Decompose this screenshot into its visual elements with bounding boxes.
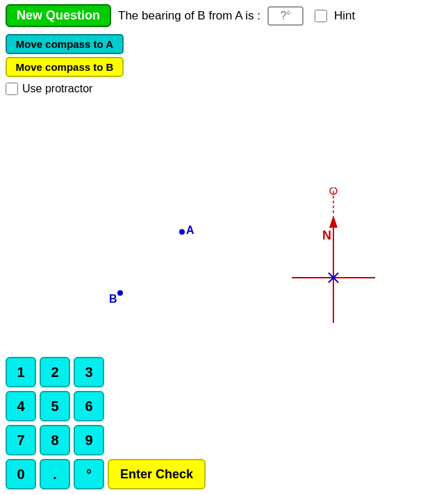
keypad-row-4: 0 . ° Enter Check xyxy=(6,459,206,489)
point-a-label: A xyxy=(186,224,194,237)
key-9[interactable]: 9 xyxy=(74,425,104,455)
header-bar: New Question The bearing of B from A is … xyxy=(0,0,448,31)
keypad-row-1: 1 2 3 xyxy=(6,357,206,387)
use-protractor-checkbox[interactable] xyxy=(6,83,18,95)
hint-label: Hint xyxy=(334,9,355,23)
use-protractor-label: Use protractor xyxy=(22,83,92,95)
canvas-area: A B N xyxy=(0,97,448,347)
key-8[interactable]: 8 xyxy=(40,425,70,455)
move-compass-b-button[interactable]: Move compass to B xyxy=(6,57,124,77)
compass-svg: N xyxy=(288,187,379,326)
key-6[interactable]: 6 xyxy=(74,391,104,421)
key-3[interactable]: 3 xyxy=(74,357,104,387)
point-b-label: B xyxy=(109,293,117,305)
key-degree[interactable]: ° xyxy=(74,459,104,489)
use-protractor-row: Use protractor xyxy=(0,80,448,98)
hint-checkbox[interactable] xyxy=(315,10,327,22)
svg-marker-3 xyxy=(329,215,338,228)
key-1[interactable]: 1 xyxy=(6,357,36,387)
key-dot[interactable]: . xyxy=(40,459,70,489)
keypad-area: 1 2 3 4 5 6 7 8 9 0 . ° Enter Check xyxy=(0,351,211,495)
key-4[interactable]: 4 xyxy=(6,391,36,421)
enter-check-button[interactable]: Enter Check xyxy=(108,459,206,489)
key-0[interactable]: 0 xyxy=(6,459,36,489)
point-b-dot xyxy=(117,290,123,296)
new-question-button[interactable]: New Question xyxy=(6,4,111,27)
key-5[interactable]: 5 xyxy=(40,391,70,421)
keypad-row-2: 4 5 6 xyxy=(6,391,206,421)
key-7[interactable]: 7 xyxy=(6,425,36,455)
tools-panel: Move compass to A Move compass to B xyxy=(0,31,448,80)
bearing-input[interactable] xyxy=(267,6,304,26)
key-2[interactable]: 2 xyxy=(40,357,70,387)
svg-text:N: N xyxy=(322,228,331,242)
keypad-row-3: 7 8 9 xyxy=(6,425,206,455)
bearing-label: The bearing of B from A is : xyxy=(118,9,260,23)
move-compass-a-button[interactable]: Move compass to A xyxy=(6,34,124,54)
point-a-dot xyxy=(179,229,185,235)
